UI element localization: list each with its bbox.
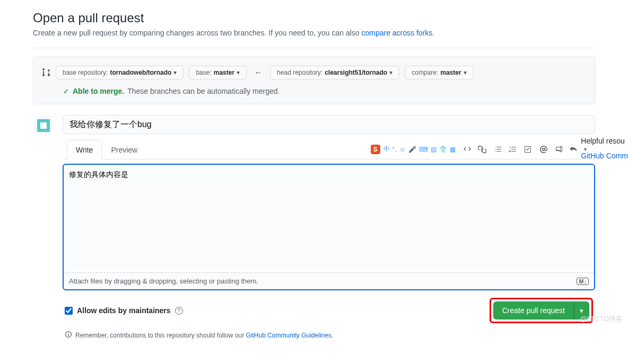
tab-preview[interactable]: Preview — [102, 140, 146, 159]
tasklist-icon[interactable] — [524, 145, 532, 154]
page-title: Open a pull request — [33, 11, 595, 25]
tab-write[interactable]: Write — [67, 140, 102, 159]
merge-status: ✓ Able to merge. These branches can be a… — [42, 87, 586, 95]
avatar — [33, 115, 54, 136]
reply-icon[interactable] — [569, 145, 578, 154]
base-repo-selector[interactable]: base repository: tornadoweb/tornado ▾ — [56, 66, 184, 79]
page-subtitle: Create a new pull request by comparing c… — [33, 29, 595, 37]
create-pr-button[interactable]: Create pull request — [493, 301, 574, 319]
base-branch-selector[interactable]: base: master ▾ — [189, 66, 247, 79]
tabs-bar: Write Preview S 中°,☺🎤⌨▤👕▦ — [63, 139, 595, 159]
git-compare-icon — [42, 68, 50, 78]
compare-box: base repository: tornadoweb/tornado ▾ ba… — [33, 57, 595, 104]
list-unordered-icon[interactable] — [494, 145, 502, 154]
guidelines-link[interactable]: GitHub Community Guidelines — [246, 332, 332, 339]
watermark: @51CTO博客 — [580, 314, 623, 324]
arrow-left-icon: ← — [254, 68, 263, 77]
pr-body-textarea[interactable]: 修复的具体内容是 — [64, 165, 594, 271]
submit-highlight: Create pull request ▾ — [490, 298, 593, 323]
check-icon: ✓ — [63, 87, 69, 95]
head-repo-selector[interactable]: head repository: clearsight51/tornado ▾ — [270, 66, 399, 79]
help-icon[interactable]: ? — [175, 307, 183, 315]
caret-down-icon: ▾ — [464, 69, 467, 76]
mention-icon[interactable] — [539, 145, 548, 154]
link-icon[interactable] — [478, 145, 486, 154]
caret-down-icon: ▾ — [389, 69, 392, 76]
allow-edits-checkbox[interactable]: Allow edits by maintainers ? — [65, 306, 183, 315]
info-icon — [65, 331, 72, 340]
divider — [33, 48, 595, 48]
list-ordered-icon[interactable] — [509, 145, 517, 154]
guidelines-note: Remember, contributions to this reposito… — [63, 331, 595, 340]
compare-branch-selector[interactable]: compare: master ▾ — [405, 66, 473, 79]
caret-down-icon: ▾ — [237, 69, 240, 76]
ime-indicator: S 中°,☺🎤⌨▤👕▦ — [371, 145, 456, 154]
attach-files-bar[interactable]: Attach files by dragging & dropping, sel… — [64, 272, 594, 289]
caret-down-icon: ▾ — [173, 69, 177, 76]
cross-reference-icon[interactable] — [554, 145, 563, 154]
pr-title-input[interactable] — [63, 115, 595, 134]
compare-forks-link[interactable]: compare across forks — [361, 29, 432, 37]
markdown-icon[interactable]: M↓ — [577, 278, 589, 285]
sidebar: Helpful resou GitHub Comm — [581, 137, 628, 160]
sidebar-community-link[interactable]: GitHub Comm — [581, 152, 628, 160]
code-icon[interactable] — [463, 145, 472, 154]
